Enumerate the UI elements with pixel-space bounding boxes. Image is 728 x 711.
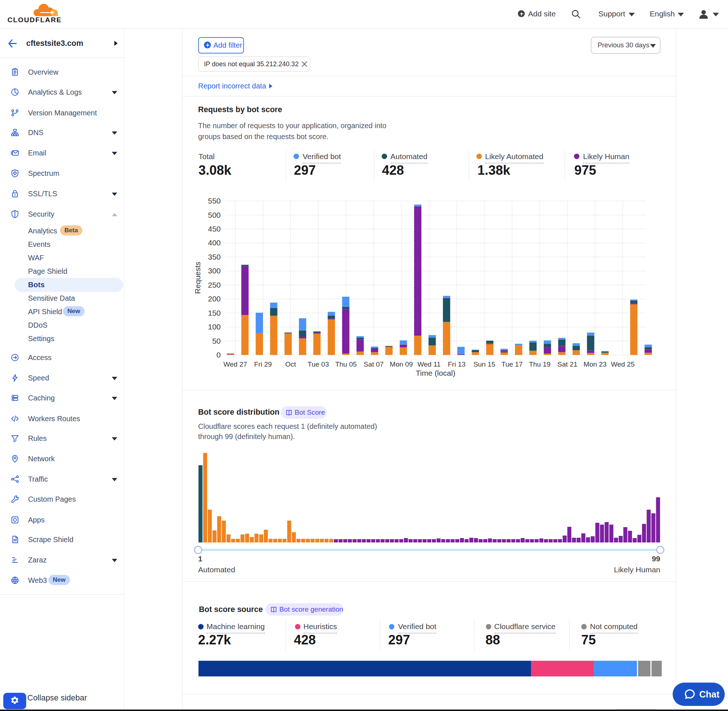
svg-text:250: 250: [208, 281, 221, 289]
svg-text:Fri 29: Fri 29: [254, 360, 272, 368]
svg-text:Thu 19: Thu 19: [529, 360, 550, 368]
svg-text:150: 150: [208, 309, 221, 317]
svg-text:Time (local): Time (local): [416, 369, 456, 377]
svg-text:Sat 21: Sat 21: [558, 360, 577, 368]
svg-text:Sat 07: Sat 07: [364, 360, 384, 368]
svg-text:Mon 09: Mon 09: [390, 360, 413, 368]
svg-text:550: 550: [208, 196, 221, 205]
svg-text:Wed 27: Wed 27: [223, 360, 247, 368]
svg-text:100: 100: [208, 323, 221, 331]
svg-text:350: 350: [208, 253, 221, 261]
svg-text:Tue 17: Tue 17: [502, 360, 523, 368]
svg-text:Wed 11: Wed 11: [417, 360, 441, 368]
svg-text:Oct: Oct: [285, 360, 296, 368]
svg-text:Wed 25: Wed 25: [611, 360, 634, 368]
svg-text:Tue 03: Tue 03: [308, 360, 329, 368]
svg-text:400: 400: [208, 239, 221, 247]
svg-text:200: 200: [208, 295, 221, 303]
svg-text:0: 0: [216, 351, 221, 359]
svg-text:300: 300: [208, 267, 221, 275]
svg-text:Requests: Requests: [193, 262, 202, 294]
svg-text:500: 500: [208, 211, 221, 219]
svg-text:Sun 15: Sun 15: [473, 360, 495, 368]
svg-text:Thu 05: Thu 05: [335, 360, 357, 368]
svg-text:Mon 23: Mon 23: [583, 360, 606, 368]
svg-text:Fri 13: Fri 13: [448, 360, 466, 368]
svg-text:50: 50: [212, 337, 221, 345]
svg-text:450: 450: [208, 225, 221, 233]
